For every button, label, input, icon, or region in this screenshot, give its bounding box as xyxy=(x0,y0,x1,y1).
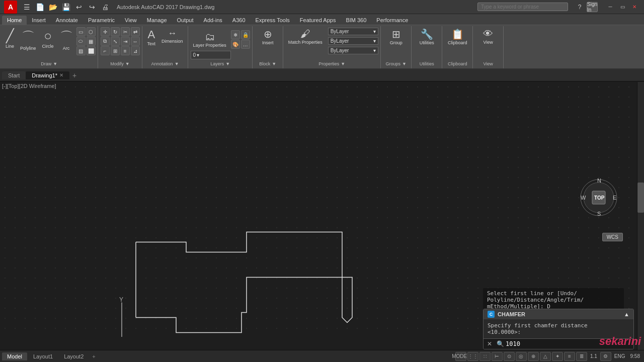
layout2-tab[interactable]: Layout2 xyxy=(59,352,89,360)
hatch-btn[interactable]: ▦ xyxy=(87,37,96,46)
copy-btn[interactable]: ⧉ xyxy=(101,37,110,46)
stretch-btn[interactable]: ↔ xyxy=(131,37,140,46)
fillet-btn[interactable]: ⌐ xyxy=(101,46,110,55)
ortho-btn[interactable]: ⊢ xyxy=(492,352,503,361)
chamfer-btn[interactable]: ⊿ xyxy=(131,46,140,55)
gradient-btn[interactable]: ▨ xyxy=(76,46,86,55)
insert-tool[interactable]: ⊕ Insert xyxy=(260,27,276,46)
ellipse-btn[interactable]: ⬭ xyxy=(76,37,86,46)
layer-freeze-btn[interactable]: ❄ xyxy=(231,30,240,39)
rotate-btn[interactable]: ↻ xyxy=(111,27,120,36)
start-tab[interactable]: Start xyxy=(2,71,26,79)
minimize-btn[interactable]: ─ xyxy=(605,2,616,12)
array-btn[interactable]: ⊞ xyxy=(111,46,120,55)
tab-home[interactable]: Home xyxy=(2,16,27,25)
layers-expand[interactable]: ▼ xyxy=(225,61,230,66)
cmd-close-btn[interactable]: ✕ xyxy=(486,340,494,348)
tab-featured-apps[interactable]: Featured Apps xyxy=(295,16,341,25)
boundary-btn[interactable]: ⬜ xyxy=(87,46,96,55)
layer-lock-btn[interactable]: 🔒 xyxy=(241,30,250,39)
dyn-btn[interactable]: ✦ xyxy=(552,352,563,361)
properties-expand[interactable]: ▼ xyxy=(341,61,345,66)
osnap-btn[interactable]: ◎ xyxy=(516,352,527,361)
tab-insert[interactable]: Insert xyxy=(27,16,51,25)
app-icon[interactable]: A xyxy=(4,1,17,14)
move-btn[interactable]: ✛ xyxy=(101,27,110,36)
redo-btn[interactable]: ↪ xyxy=(87,2,98,12)
lineweight-dropdown[interactable]: ByLayer▾ xyxy=(328,47,378,54)
rect-btn[interactable]: ▭ xyxy=(76,27,86,36)
layer-properties-tool[interactable]: 🗂 Layer Properties xyxy=(191,30,229,49)
utilities-tool[interactable]: 🔧 Utilities xyxy=(417,27,437,46)
polar-btn[interactable]: ⊙ xyxy=(504,352,515,361)
tab-performance[interactable]: Performance xyxy=(371,16,413,25)
otrack-btn[interactable]: ⊕ xyxy=(528,352,539,361)
arc-tool[interactable]: ⌒ Arc xyxy=(57,27,75,52)
layer-color-btn[interactable]: 🎨 xyxy=(231,40,240,49)
modify-expand[interactable]: ▼ xyxy=(125,61,130,66)
tab-parametric[interactable]: Parametric xyxy=(83,16,120,25)
mirror-btn[interactable]: ⇄ xyxy=(131,27,140,36)
line-tool[interactable]: ╱ Line xyxy=(3,27,17,50)
tab-a360[interactable]: A360 xyxy=(227,16,251,25)
tab-express-tools[interactable]: Express Tools xyxy=(251,16,295,25)
poly-btn[interactable]: ⬡ xyxy=(87,27,96,36)
wcs-button[interactable]: WCS xyxy=(602,233,623,241)
tpress-btn[interactable]: ≣ xyxy=(576,352,587,361)
text-tool[interactable]: A Text xyxy=(145,27,158,47)
ribbon-section-groups: ⊞ Group Groups ▼ xyxy=(381,26,412,68)
new-tab-btn[interactable]: + xyxy=(69,71,79,79)
offset-btn[interactable]: ≡ xyxy=(121,46,130,55)
help-icon[interactable]: ? xyxy=(574,2,585,12)
polyline-tool[interactable]: ⌒ Polyline xyxy=(18,27,39,52)
scale-btn[interactable]: ⤡ xyxy=(111,37,120,46)
tab-view[interactable]: View xyxy=(120,16,142,25)
menu-btn[interactable]: ☰ xyxy=(21,2,32,12)
settings-btn[interactable]: ⚙ xyxy=(600,352,611,361)
draw-expand[interactable]: ▼ xyxy=(53,61,57,66)
dimension-tool[interactable]: ↔ Dimension xyxy=(159,27,186,45)
layer-dropdown[interactable]: 0▾ xyxy=(191,51,231,59)
drawing1-tab[interactable]: Drawing1* ✕ xyxy=(26,71,69,79)
cmd-scroll-up[interactable]: ▲ xyxy=(624,311,629,317)
save-btn[interactable]: 💾 xyxy=(60,2,71,12)
add-layout-btn[interactable]: + xyxy=(90,353,98,359)
new-btn[interactable]: 📄 xyxy=(34,2,45,12)
tab-bim360[interactable]: BIM 360 xyxy=(341,16,371,25)
grid-btn[interactable]: ⋮⋮ xyxy=(467,352,478,361)
view-tool[interactable]: 👁 View xyxy=(480,27,496,46)
circle-tool[interactable]: ○ Circle xyxy=(40,27,56,50)
sign-in-button[interactable]: Sign In xyxy=(587,2,598,12)
trim-btn[interactable]: ✂ xyxy=(121,27,130,36)
tab-add-ins[interactable]: Add-ins xyxy=(199,16,227,25)
tab-manage[interactable]: Manage xyxy=(142,16,172,25)
ducs-btn[interactable]: △ xyxy=(540,352,551,361)
close-btn[interactable]: ✕ xyxy=(629,2,640,12)
block-expand[interactable]: ▼ xyxy=(272,61,276,66)
tab-close-icon[interactable]: ✕ xyxy=(59,72,63,78)
color-dropdown[interactable]: ByLayer▾ xyxy=(328,28,378,35)
tab-annotate[interactable]: Annotate xyxy=(51,16,83,25)
scroll-right[interactable] xyxy=(637,82,644,350)
layer-more-btn[interactable]: … xyxy=(241,40,250,49)
group-tool[interactable]: ⊞ Group xyxy=(387,27,405,46)
cmd-search-btn[interactable]: 🔍 xyxy=(495,340,506,348)
linetype-dropdown[interactable]: ByLayer▾ xyxy=(328,37,378,45)
clipboard-tool[interactable]: 📋 Clipboard xyxy=(445,27,470,46)
layout1-tab[interactable]: Layout1 xyxy=(28,352,58,360)
print-btn[interactable]: 🖨 xyxy=(100,2,111,12)
annotation-expand[interactable]: ▼ xyxy=(175,61,179,66)
maximize-btn[interactable]: ▭ xyxy=(617,2,628,12)
extend-btn[interactable]: ⇥ xyxy=(121,37,130,46)
search-input[interactable] xyxy=(477,3,568,11)
model-tab[interactable]: Model xyxy=(2,352,27,360)
snap-btn[interactable]: ∷ xyxy=(479,352,491,361)
scroll-thumb[interactable] xyxy=(637,183,644,213)
model-space-btn[interactable]: MODEL xyxy=(455,352,466,361)
groups-expand[interactable]: ▼ xyxy=(402,61,407,66)
lineweight-btn[interactable]: ≡ xyxy=(564,352,575,361)
tab-output[interactable]: Output xyxy=(172,16,199,25)
match-properties-tool[interactable]: 🖌 Match Properties xyxy=(286,27,325,46)
undo-btn[interactable]: ↩ xyxy=(73,2,85,12)
open-btn[interactable]: 📂 xyxy=(47,2,58,12)
